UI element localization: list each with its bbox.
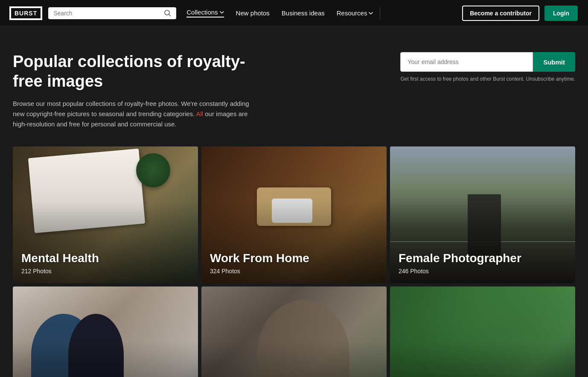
search-bar bbox=[48, 7, 176, 19]
card-content: Mental Health 212 Photos bbox=[21, 251, 99, 275]
email-input[interactable] bbox=[400, 52, 533, 72]
email-signup-section: Submit Get first access to free photos a… bbox=[400, 52, 575, 82]
chevron-down-icon bbox=[369, 12, 373, 15]
submit-button[interactable]: Submit bbox=[533, 52, 575, 72]
card-title: Mental Health bbox=[21, 251, 99, 265]
nav-divider bbox=[380, 7, 380, 19]
card-count: 324 Photos bbox=[210, 268, 309, 275]
page-title: Popular collections of royalty-free imag… bbox=[13, 52, 260, 91]
logo[interactable]: BURST bbox=[10, 7, 41, 19]
svg-line-1 bbox=[169, 14, 171, 16]
email-row: Submit bbox=[400, 52, 575, 72]
card-overlay bbox=[201, 286, 387, 377]
nav-collections[interactable]: Collections bbox=[186, 9, 224, 18]
collection-card[interactable]: Female Photographer 246 Photos bbox=[390, 146, 575, 283]
collection-card[interactable]: Nature & Plants 341 Photos bbox=[390, 286, 575, 377]
collection-card[interactable]: Mental Health 212 Photos bbox=[13, 146, 198, 283]
main-nav: Collections New photos Business ideas Re… bbox=[186, 9, 373, 18]
logo-text: BURST bbox=[10, 7, 41, 19]
nav-new-photos[interactable]: New photos bbox=[236, 9, 270, 17]
email-note: Get first access to free photos and othe… bbox=[400, 76, 575, 82]
hero-text: Popular collections of royalty-free imag… bbox=[13, 52, 260, 129]
login-button[interactable]: Login bbox=[544, 6, 578, 21]
search-icon bbox=[164, 10, 171, 17]
highlight-text: All bbox=[196, 110, 203, 117]
card-overlay bbox=[13, 286, 198, 377]
card-title: Female Photographer bbox=[399, 251, 521, 265]
card-content: Work From Home 324 Photos bbox=[210, 251, 309, 275]
collection-card[interactable]: Work From Home 324 Photos bbox=[201, 146, 387, 283]
collections-grid: Mental Health 212 Photos Work From Home … bbox=[13, 146, 575, 377]
nav-resources[interactable]: Resources bbox=[337, 9, 373, 17]
hero-description: Browse our most popular collections of r… bbox=[13, 99, 260, 129]
chevron-down-icon bbox=[220, 11, 224, 14]
collection-card[interactable]: Small Business 298 Photos bbox=[201, 286, 387, 377]
hero-section: Popular collections of royalty-free imag… bbox=[13, 52, 575, 129]
search-input[interactable] bbox=[53, 10, 164, 17]
card-count: 246 Photos bbox=[399, 268, 521, 275]
card-title: Work From Home bbox=[210, 251, 309, 265]
collection-card[interactable]: Team Collaboration 185 Photos bbox=[13, 286, 198, 377]
become-contributor-button[interactable]: Become a contributor bbox=[462, 6, 539, 21]
header-actions: Become a contributor Login bbox=[462, 6, 578, 21]
card-content: Female Photographer 246 Photos bbox=[399, 251, 521, 275]
search-button[interactable] bbox=[164, 10, 171, 17]
card-count: 212 Photos bbox=[21, 268, 99, 275]
card-overlay bbox=[390, 286, 575, 377]
nav-business-ideas[interactable]: Business ideas bbox=[282, 9, 325, 17]
